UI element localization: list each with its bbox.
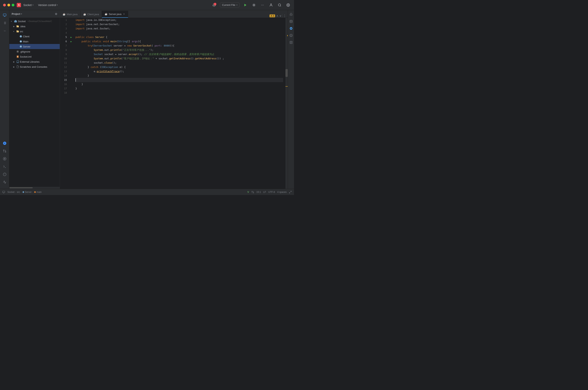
horizontal-thumb[interactable] [9,187,33,188]
sidebar-problems-btn[interactable] [1,171,8,178]
breadcrumb[interactable]: Socket › src › Server › main [7,191,42,194]
run-config-selector[interactable]: Current File ▾ [220,2,240,7]
breadcrumb-main[interactable]: main [34,191,42,194]
tree-item-client[interactable]: ▶ C Client [9,34,60,39]
src-folder-icon [16,30,19,33]
run-button[interactable] [243,2,248,8]
warning-badge[interactable]: ⚠ 1 [269,14,275,17]
close-button[interactable] [3,4,6,6]
right-ai2-btn[interactable] [288,40,294,45]
tree-item-server[interactable]: ▶ S Server [9,44,60,49]
scrollbar-thumb[interactable] [286,69,288,77]
tabs-more-btn[interactable]: ⋮ [283,14,286,18]
svg-text:IML: IML [17,56,18,57]
tree-item-socket[interactable]: ▾ Socket ~/Desktop/CS/JavaWeb/C [9,19,60,24]
tab-server[interactable]: ☕ Server.java ✕ [102,11,128,18]
tree-item-src[interactable]: ▾ src [9,29,60,34]
breadcrumb-server[interactable]: Server [22,191,32,194]
warning-marker [287,35,288,36]
code-line-15[interactable] [76,78,283,82]
src-chevron: ▾ [13,30,16,33]
warning-chevron-up[interactable]: ∧ [276,14,278,17]
close-server-tab[interactable]: ✕ [123,13,125,15]
settings-btn[interactable] [286,2,291,8]
status-expand-btn[interactable] [289,191,292,194]
sidebar-structure-btn[interactable] [1,19,8,26]
minimize-button[interactable] [7,4,10,6]
iml-label: Socket.iml [20,55,32,58]
tree-item-extlibs[interactable]: ▶ External Libraries [9,59,60,64]
app-icon: S [17,3,21,7]
tab-main[interactable]: ☕ Main.java [60,11,81,18]
svg-point-2 [270,4,272,5]
code-area[interactable]: import java.io.IOException; import java.… [73,18,286,189]
line-ending: LF [263,191,266,194]
status-line-ending[interactable]: LF [263,191,266,194]
gitignore-label: .gitignore [20,50,30,53]
right-ai-btn[interactable] [288,26,294,31]
status-git-icon[interactable] [252,191,254,194]
breadcrumb-socket[interactable]: Socket [7,191,15,194]
sidebar-git-btn[interactable] [1,147,8,154]
sidebar-run-btn[interactable] [1,155,8,162]
titlebar: S Socket ▾ Version control ▾ 1 Current F… [0,0,294,10]
main-layout: ··· [0,10,294,189]
folder-icon [16,25,19,28]
status-encoding[interactable]: UTF-8 [268,191,275,194]
run-config-chevron: ▾ [236,4,237,6]
search-btn[interactable] [277,2,282,8]
project-selector[interactable]: Socket ▾ [23,3,34,7]
right-database-btn[interactable] [288,19,294,24]
notifications-btn[interactable]: 1 [211,2,217,8]
editor-scrollbar[interactable] [286,18,288,189]
maximize-button[interactable] [12,4,14,6]
tree-item-idea[interactable]: ▶ .idea [9,24,60,29]
tree-item-iml[interactable]: ▶ IML Socket.iml [9,54,60,59]
right-sidebar [288,10,294,189]
sidebar-ai-btn[interactable] [1,140,8,147]
sidebar-more-btn[interactable]: ··· [1,27,8,34]
vcs-selector[interactable]: Version control ▾ [38,3,58,7]
sidebar-git-log-btn[interactable] [1,179,8,186]
status-cursor[interactable]: 15:1 [256,191,261,194]
indent: 4 spaces [277,191,287,194]
editor-content: 1 2 3 4 5 6 7 8 9 10 11 12 13 14 15 16 1… [60,18,288,189]
svg-line-49 [291,191,291,192]
server-java-icon: S [19,45,22,48]
account-btn[interactable] [268,2,274,8]
panel-gear-icon[interactable]: ⚙ [55,12,57,16]
status-indent[interactable]: 4 spaces [277,191,287,194]
panel-header-icons: ⚙ [55,12,57,16]
gitignore-icon [16,50,19,53]
extlibs-icon [16,60,19,63]
extlibs-label: External Libraries [20,60,40,63]
run-line5-btn[interactable]: ▶ [69,35,73,39]
status-right: V 15:1 LF UTF-8 4 spaces [247,191,292,194]
main-breadcrumb-icon [34,191,36,193]
warning-chevron-down[interactable]: ∨ [279,14,281,17]
sidebar-project-btn[interactable] [1,12,8,19]
run-line6-btn[interactable]: ▶ [69,39,73,44]
server-label: Server [23,45,30,48]
right-notifications-btn[interactable] [288,12,294,17]
server-tab-icon: ☕ [105,13,108,15]
sidebar-icons: ··· [0,10,9,189]
tree-item-main[interactable]: ▶ M Main [9,39,60,44]
debug-button[interactable] [251,2,257,8]
breadcrumb-src[interactable]: src [17,191,20,194]
vcs-chevron: ▾ [57,4,58,6]
code-line-14: } [76,74,283,78]
status-vim-icon[interactable]: V [247,191,249,194]
sidebar-terminal-btn[interactable] [1,163,8,170]
tree-item-gitignore[interactable]: ▶ .gitignore [9,49,60,54]
more-options-btn[interactable]: ⋯ [260,2,265,8]
status-folder-icon[interactable] [2,191,5,194]
run-gutter: ▶ ▶ [69,18,73,189]
code-line-4 [76,31,283,35]
tab-client[interactable]: ☕ Client.java [81,11,102,18]
svg-text:M: M [20,41,21,42]
right-copilot-btn[interactable] [288,33,294,38]
project-chevron: ▾ [33,4,34,6]
tree-item-scratches[interactable]: ▶ Scratches and Consoles [9,64,60,69]
horizontal-scrollbar[interactable] [9,187,60,189]
